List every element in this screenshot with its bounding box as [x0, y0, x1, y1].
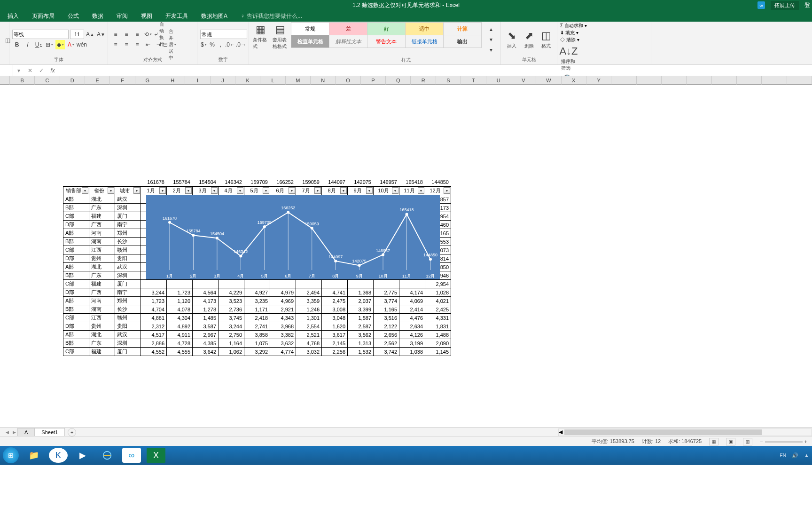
table-cell[interactable] — [219, 280, 244, 288]
table-cell[interactable]: 广东 — [89, 339, 115, 348]
table-cell[interactable]: 1,062 — [219, 348, 244, 356]
worksheet-grid[interactable]: BCDEFGHIJKLMNOPQRSTUVWXY 161678155784154… — [0, 76, 812, 427]
column-header[interactable]: H — [160, 76, 185, 85]
table-cell[interactable] — [374, 280, 399, 288]
filter-arrow-icon[interactable]: ▼ — [108, 187, 114, 194]
table-cell[interactable]: 南宁 — [115, 288, 141, 297]
table-header[interactable]: 3月▼ — [193, 187, 219, 195]
table-cell[interactable]: 3,244 — [141, 288, 167, 297]
zoom-in-icon[interactable]: + — [804, 439, 807, 444]
table-cell[interactable]: 4,892 — [167, 322, 193, 331]
filter-arrow-icon[interactable]: ▼ — [185, 187, 192, 194]
table-cell[interactable]: 3,742 — [374, 348, 399, 356]
tab-data[interactable]: 数据 — [86, 11, 109, 22]
table-cell[interactable]: A部 — [63, 195, 89, 204]
decrease-font-icon[interactable]: A▼ — [96, 30, 106, 39]
table-cell[interactable]: 3,587 — [193, 322, 219, 331]
start-button[interactable]: ⊞ — [3, 447, 19, 463]
table-cell[interactable]: 4,331 — [425, 314, 451, 322]
table-cell[interactable]: 3,858 — [244, 331, 270, 339]
table-cell[interactable]: 长沙 — [115, 238, 141, 246]
column-header[interactable]: W — [536, 76, 561, 85]
view-normal-icon[interactable]: ▦ — [709, 438, 718, 445]
table-cell[interactable]: 1,313 — [348, 339, 374, 348]
align-center-icon[interactable]: ≡ — [122, 40, 131, 49]
table-cell[interactable]: C部 — [63, 246, 89, 254]
table-cell[interactable]: 3,516 — [374, 314, 399, 322]
table-cell[interactable]: 湖南 — [89, 238, 115, 246]
autosum-button[interactable]: Σ 自动求和 ▾ — [560, 23, 587, 29]
table-cell[interactable]: 2,954 — [425, 280, 451, 288]
add-sheet-button[interactable]: + — [68, 428, 76, 437]
table-cell[interactable]: 2,122 — [374, 322, 399, 331]
table-cell[interactable]: 1,145 — [425, 348, 451, 356]
table-cell[interactable]: 2,656 — [374, 331, 399, 339]
style-calc[interactable]: 计算 — [443, 22, 482, 35]
column-header[interactable]: V — [511, 76, 536, 85]
underline-button[interactable]: U — [34, 40, 43, 49]
table-cell[interactable]: 河南 — [89, 229, 115, 238]
table-cell[interactable]: 3,359 — [296, 297, 322, 305]
table-cell[interactable]: 4,385 — [193, 339, 219, 348]
sheet-tab-sheet1[interactable]: Sheet1 — [34, 428, 65, 436]
zoom-slider[interactable]: − + — [760, 439, 807, 444]
table-cell[interactable]: 1,075 — [244, 339, 270, 348]
column-header[interactable]: I — [185, 76, 210, 85]
table-cell[interactable]: 1,038 — [399, 348, 425, 356]
bold-button[interactable]: B — [12, 40, 22, 49]
table-cell[interactable]: 1,120 — [167, 297, 193, 305]
styles-up-icon[interactable]: ▴ — [486, 24, 496, 34]
table-cell[interactable]: 4,728 — [167, 339, 193, 348]
table-header[interactable]: 5月▼ — [244, 187, 270, 195]
align-right-icon[interactable]: ≡ — [133, 40, 142, 49]
table-cell[interactable]: 2,554 — [296, 322, 322, 331]
table-cell[interactable]: 2,921 — [270, 305, 296, 314]
column-header[interactable]: T — [461, 76, 486, 85]
table-cell[interactable] — [167, 280, 193, 288]
table-cell[interactable]: A部 — [63, 263, 89, 271]
filter-arrow-icon[interactable]: ▼ — [263, 187, 269, 194]
table-cell[interactable]: 贵州 — [89, 322, 115, 331]
table-cell[interactable]: 1,587 — [348, 314, 374, 322]
tab-insert[interactable]: 插入 — [2, 11, 24, 22]
table-cell[interactable]: 河南 — [89, 297, 115, 305]
table-header[interactable]: 7月▼ — [296, 187, 322, 195]
fx-icon[interactable]: fx — [47, 67, 58, 74]
table-cell[interactable]: 1,723 — [141, 297, 167, 305]
table-cell[interactable]: 4,173 — [193, 297, 219, 305]
table-cell[interactable]: 厦门 — [115, 212, 141, 221]
tab-formulas[interactable]: 公式 — [62, 11, 85, 22]
italic-button[interactable]: I — [23, 40, 32, 49]
table-cell[interactable]: C部 — [63, 280, 89, 288]
sheet-tab-a[interactable]: A — [17, 428, 35, 436]
table-cell[interactable]: 1,723 — [167, 288, 193, 297]
font-size-select[interactable] — [70, 30, 84, 39]
tab-datamap[interactable]: 数据地图A — [195, 11, 233, 22]
table-cell[interactable]: 2,634 — [399, 322, 425, 331]
table-header[interactable]: 1月▼ — [141, 187, 167, 195]
table-cell[interactable]: B部 — [63, 271, 89, 280]
table-cell[interactable]: 福建 — [89, 280, 115, 288]
table-header[interactable]: 9月▼ — [348, 187, 374, 195]
table-cell[interactable]: 4,741 — [322, 288, 348, 297]
table-cell[interactable]: 4,911 — [167, 331, 193, 339]
table-cell[interactable]: 赣州 — [115, 246, 141, 254]
upload-button[interactable]: 拓展上传 — [771, 1, 799, 10]
table-cell[interactable]: D部 — [63, 221, 89, 229]
table-cell[interactable]: 2,562 — [374, 339, 399, 348]
currency-icon[interactable]: $ — [200, 40, 207, 49]
table-cell[interactable]: 郑州 — [115, 297, 141, 305]
table-cell[interactable]: 2,418 — [244, 314, 270, 322]
table-cell[interactable]: 长沙 — [115, 305, 141, 314]
table-cell[interactable] — [322, 280, 348, 288]
table-cell[interactable] — [270, 280, 296, 288]
column-header[interactable]: S — [436, 76, 461, 85]
style-output[interactable]: 输出 — [443, 35, 482, 48]
filter-arrow-icon[interactable]: ▼ — [314, 187, 321, 194]
table-cell[interactable]: 2,587 — [348, 322, 374, 331]
merge-center-button[interactable]: ⊟合并后居中 — [165, 40, 174, 49]
table-cell[interactable]: 广东 — [89, 204, 115, 212]
filter-arrow-icon[interactable]: ▼ — [418, 187, 424, 194]
table-cell[interactable] — [296, 280, 322, 288]
column-header[interactable]: K — [235, 76, 260, 85]
